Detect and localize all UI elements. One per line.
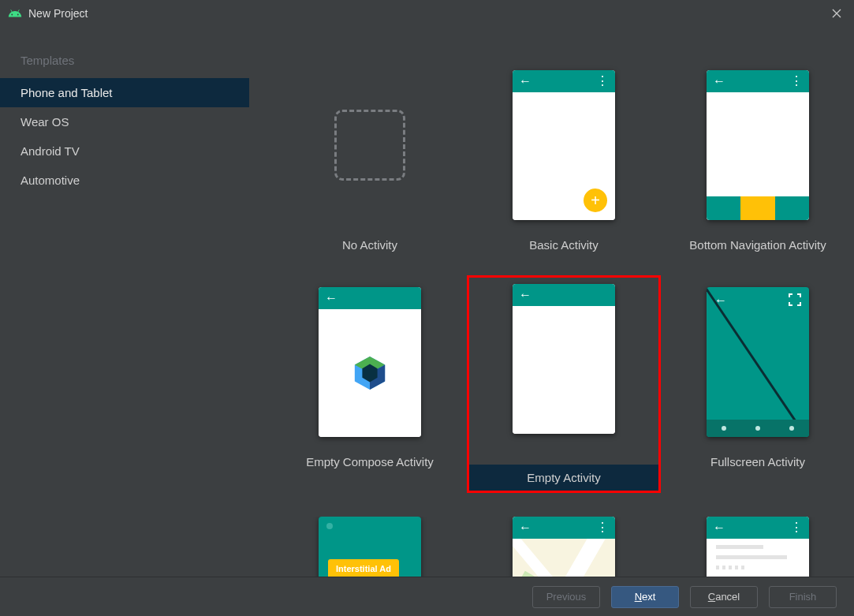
window-title: New Project <box>28 7 88 20</box>
template-tile-fullscreen[interactable]: ← Fullscreen Activity <box>661 275 854 493</box>
overflow-icon: ⋮ <box>790 526 803 529</box>
thumbnail-basic-activity: ←⋮ + <box>513 70 615 220</box>
thumbnail-master-detail: ←⋮ <box>707 517 809 577</box>
sidebar: Templates Phone and Tablet Wear OS Andro… <box>0 27 249 577</box>
sidebar-item-label: Android TV <box>21 144 80 158</box>
template-tile-label: Empty Compose Activity <box>306 455 434 469</box>
template-tile-no-activity[interactable]: No Activity <box>273 58 467 252</box>
back-arrow-icon: ← <box>519 74 531 88</box>
template-tile-empty-activity[interactable]: ← Empty Activity <box>467 275 661 493</box>
template-tile-label: Bottom Navigation Activity <box>689 238 826 252</box>
close-icon <box>832 9 841 18</box>
android-icon <box>8 6 22 21</box>
sidebar-item-label: Wear OS <box>21 115 69 129</box>
sidebar-heading: Templates <box>0 43 249 78</box>
back-arrow-icon: ← <box>714 293 727 308</box>
sidebar-item-automotive[interactable]: Automotive <box>0 166 249 195</box>
no-activity-icon <box>334 110 405 181</box>
sidebar-item-label: Automotive <box>21 174 80 187</box>
close-button[interactable] <box>827 4 846 23</box>
next-button[interactable]: Next <box>611 586 679 608</box>
bottom-nav-icon <box>707 196 809 220</box>
template-tile-basic-activity[interactable]: ←⋮ + Basic Activity <box>467 58 661 252</box>
back-arrow-icon: ← <box>713 74 725 88</box>
overflow-icon: ⋮ <box>596 80 609 83</box>
template-tile-maps[interactable]: ←⋮ <box>467 517 661 577</box>
thumbnail-bottom-nav: ←⋮ <box>707 70 809 220</box>
template-gallery: No Activity ←⋮ + Basic Activity ←⋮ <box>249 27 854 577</box>
sidebar-item-label: Phone and Tablet <box>21 86 113 99</box>
expand-icon <box>789 293 801 306</box>
template-tile-bottom-navigation[interactable]: ←⋮ Bottom Navigation Activity <box>661 58 854 252</box>
back-arrow-icon: ← <box>519 521 531 535</box>
finish-button[interactable]: Finish <box>769 586 837 608</box>
template-tile-label: Basic Activity <box>529 238 599 252</box>
cancel-button[interactable]: Cancel <box>690 586 758 608</box>
sidebar-item-wear-os[interactable]: Wear OS <box>0 107 249 136</box>
template-tile-ads[interactable]: Interstitial Ad <box>273 517 467 577</box>
fab-icon: + <box>584 189 607 212</box>
template-tile-label: Empty Activity <box>469 465 658 491</box>
back-arrow-icon: ← <box>713 521 725 535</box>
title-bar: New Project <box>0 0 854 27</box>
overflow-icon: ⋮ <box>596 526 609 529</box>
template-tile-master-detail[interactable]: ←⋮ <box>661 517 854 577</box>
thumbnail-maps: ←⋮ <box>513 517 615 577</box>
template-tile-label: No Activity <box>342 238 397 252</box>
thumbnail-fullscreen: ← <box>707 287 809 437</box>
wizard-footer: Previous Next Cancel Finish <box>0 577 854 616</box>
sidebar-item-phone-tablet[interactable]: Phone and Tablet <box>0 78 249 107</box>
thumbnail-empty-compose: ← <box>319 287 421 437</box>
compose-icon <box>352 355 388 391</box>
template-gallery-scroll[interactable]: No Activity ←⋮ + Basic Activity ←⋮ <box>249 27 854 577</box>
template-tile-label: Fullscreen Activity <box>710 455 805 469</box>
thumbnail-empty-activity: ← <box>513 284 615 434</box>
sidebar-item-android-tv[interactable]: Android TV <box>0 136 249 166</box>
back-arrow-icon: ← <box>325 291 337 305</box>
back-arrow-icon: ← <box>519 288 531 302</box>
overflow-icon: ⋮ <box>790 80 803 83</box>
previous-button[interactable]: Previous <box>532 586 600 608</box>
thumbnail-ads: Interstitial Ad <box>319 517 421 577</box>
ad-badge: Interstitial Ad <box>328 559 399 577</box>
template-tile-empty-compose[interactable]: ← Empty Compose Activity <box>273 275 467 493</box>
